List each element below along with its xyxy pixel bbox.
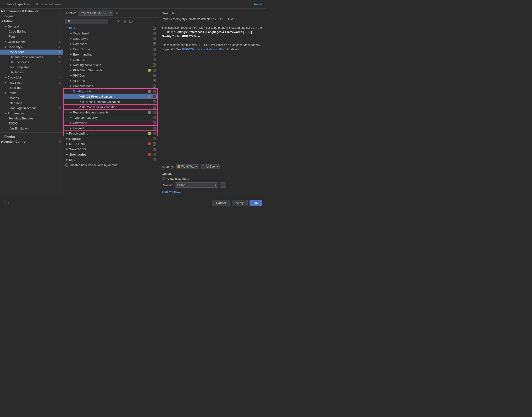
profile-dropdown[interactable]: Project Default Project ▾ bbox=[78, 10, 113, 16]
sidebar-item-inlay-hints[interactable]: ▶ Inlay Hints ⊡ bbox=[0, 80, 63, 85]
checkbox[interactable]: — bbox=[153, 74, 156, 77]
checkbox[interactable] bbox=[153, 153, 156, 156]
sidebar-item-keymap[interactable]: Keymap bbox=[0, 14, 63, 19]
tree-item-sql[interactable]: ▶ SQL — bbox=[63, 157, 158, 162]
tree-item-control-flow[interactable]: ▶ Control Flow bbox=[63, 46, 158, 52]
sidebar-item-font[interactable]: Font bbox=[0, 34, 63, 39]
sidebar-item-emmet[interactable]: ▶ Emmet bbox=[0, 90, 63, 95]
allow-risky-checkbox[interactable] bbox=[162, 177, 165, 180]
severity-dropdown[interactable]: Weak War. ▾ bbox=[176, 164, 199, 169]
sidebar-item-copyright[interactable]: ▶ Copyright ⊡ bbox=[0, 75, 63, 80]
gear-button[interactable]: ⚙ bbox=[115, 11, 119, 16]
php-cs-fixer-bottom-link[interactable]: PHP CS Fixer bbox=[162, 190, 262, 194]
checkbox[interactable] bbox=[153, 42, 156, 45]
checkbox[interactable] bbox=[153, 63, 156, 67]
sidebar-item-label: Plugins bbox=[4, 135, 61, 138]
sidebar-item-file-encodings[interactable]: File Encodings ⊡ bbox=[0, 60, 63, 65]
tree-item-type-compat[interactable]: ▶ Type compatibility — bbox=[63, 115, 158, 120]
checkbox[interactable]: — bbox=[153, 121, 156, 125]
more-options-button[interactable] bbox=[129, 19, 133, 24]
checkbox[interactable]: — bbox=[153, 116, 156, 119]
checkbox[interactable] bbox=[153, 132, 156, 135]
checkbox[interactable]: — bbox=[153, 32, 156, 35]
sidebar-item-language-injections[interactable]: Language Injections ⊡ bbox=[0, 105, 63, 111]
sidebar-item-color-scheme[interactable]: ▶ Color Scheme ⊡ bbox=[0, 39, 63, 44]
tree-item-naming[interactable]: ▶ Naming conventions bbox=[63, 62, 158, 67]
filter-button[interactable] bbox=[110, 19, 115, 24]
sidebar-item-images[interactable]: Images bbox=[0, 95, 63, 101]
tree-item-relax-ng[interactable]: ▶ RELAX NG — bbox=[63, 141, 158, 146]
help-button[interactable]: ? bbox=[4, 201, 9, 205]
php-cs-fixer-link[interactable]: PHP-CS-Fixer installation (GitHub) bbox=[182, 48, 226, 51]
sidebar-item-proofreading[interactable]: ▶ Proofreading bbox=[0, 111, 63, 116]
tree-item-phpdoc[interactable]: ▶ PHPDoc — bbox=[63, 73, 158, 78]
checkbox[interactable] bbox=[153, 53, 156, 56]
tree-item-php-cs-fixer[interactable]: PHP CS Fixer validation bbox=[63, 94, 158, 99]
checkbox-disable[interactable] bbox=[65, 164, 68, 167]
tree-item-php-mess[interactable]: PHP Mess Detector validation bbox=[63, 99, 158, 104]
sidebar-item-intentions[interactable]: Intentions bbox=[0, 101, 63, 105]
sidebar-item-plugins[interactable]: Plugins bbox=[0, 134, 63, 139]
reset-button[interactable]: Reset bbox=[254, 2, 262, 6]
sidebar-item-file-code-templates[interactable]: File and Code Templates ⊡ bbox=[0, 55, 63, 60]
sidebar-item-todo[interactable]: TODO bbox=[0, 121, 63, 126]
tree-item-regexp[interactable]: ▶ RegExp — bbox=[63, 136, 158, 141]
checkbox[interactable]: — bbox=[153, 90, 156, 93]
checkbox[interactable] bbox=[153, 100, 156, 104]
checkbox[interactable] bbox=[153, 69, 156, 72]
tree-item-code-smell[interactable]: ▶ Code Smell — bbox=[63, 31, 158, 36]
tree-item-shell[interactable]: ▶ Shell script bbox=[63, 152, 158, 157]
checkbox[interactable]: — bbox=[153, 84, 156, 88]
tree-item-composer[interactable]: ▶ Composer bbox=[63, 41, 158, 46]
tree-item-unused[interactable]: ▶ Unused bbox=[63, 125, 158, 131]
sidebar-item-general[interactable]: ▶ General bbox=[0, 24, 63, 29]
checkbox[interactable] bbox=[153, 111, 156, 114]
tree-item-undefined[interactable]: ▶ Undefined — bbox=[63, 120, 158, 125]
sidebar-item-duplicates[interactable]: Duplicates bbox=[0, 85, 63, 90]
sidebar-item-editor[interactable]: ▼ Editor bbox=[0, 19, 63, 24]
tree-item-sass[interactable]: ▶ Sass/SCSS bbox=[63, 146, 158, 152]
apply-button[interactable]: Apply bbox=[232, 200, 248, 206]
checkbox[interactable] bbox=[153, 105, 156, 109]
expand-all-button[interactable] bbox=[116, 19, 121, 24]
checkbox[interactable]: — bbox=[153, 158, 156, 161]
sidebar-item-file-types[interactable]: File Types bbox=[0, 70, 63, 75]
sidebar-item-version-control[interactable]: ▶ Version Control ⊡ bbox=[0, 139, 63, 144]
cancel-button[interactable]: Cancel bbox=[212, 200, 230, 206]
checkbox[interactable] bbox=[153, 79, 156, 82]
sidebar-item-inspections[interactable]: Inspections ⊡ bbox=[0, 50, 63, 55]
checkbox[interactable] bbox=[153, 148, 156, 151]
search-input[interactable] bbox=[72, 20, 106, 23]
tree-item-php-strict[interactable]: ▶ PHP Strict Standards bbox=[63, 67, 158, 73]
sidebar-item-code-editing[interactable]: Code Editing bbox=[0, 29, 63, 34]
tree-item-error-handling[interactable]: ▶ Error handling bbox=[63, 52, 158, 57]
tree-item-code-style[interactable]: ▶ Code Style — bbox=[63, 36, 158, 41]
tree-item-probable-bugs[interactable]: ▶ Probable bugs — bbox=[63, 83, 158, 89]
tree-item-disable-new[interactable]: Disable new inspections by default bbox=[63, 162, 158, 167]
ruleset-dropdown[interactable]: PSR2 ▾ bbox=[175, 182, 218, 188]
sidebar-item-appearance[interactable]: ▶ Appearance & Behavior bbox=[0, 9, 63, 14]
tree-item-quality-tools[interactable]: ▼ Quality tools — bbox=[63, 89, 158, 94]
checkbox[interactable] bbox=[153, 95, 156, 98]
sidebar-item-textmate[interactable]: TextMate Bundles bbox=[0, 116, 63, 121]
checkbox[interactable] bbox=[153, 127, 156, 130]
checkbox[interactable]: — bbox=[153, 37, 156, 40]
scope-dropdown[interactable]: In All Sco. ▾ bbox=[201, 164, 220, 169]
tree-item-proofreading[interactable]: ▶ Proofreading bbox=[63, 131, 158, 136]
tree-item-replaceable[interactable]: ▶ Replaceable assignments bbox=[63, 110, 158, 115]
more-button[interactable]: ··· bbox=[220, 182, 226, 188]
checkbox[interactable]: — bbox=[153, 58, 156, 61]
ok-button[interactable]: OK bbox=[250, 200, 262, 206]
checkbox[interactable]: — bbox=[153, 137, 156, 140]
sidebar-item-code-style[interactable]: ▶ Code Style ⊡ bbox=[0, 44, 63, 50]
tree-item-phpunit[interactable]: ▶ PHPUnit bbox=[63, 78, 158, 83]
checkbox[interactable]: — bbox=[153, 142, 156, 146]
tree-item-general[interactable]: ▶ General — bbox=[63, 57, 158, 62]
tree-item-php-codesniffer[interactable]: PHP_CodeSniffer validation bbox=[63, 104, 158, 110]
checkbox-php[interactable]: — bbox=[153, 27, 156, 30]
sidebar-item-vim[interactable]: Vim Emulation bbox=[0, 126, 63, 131]
collapse-all-button[interactable] bbox=[122, 19, 127, 24]
tree-item-php[interactable]: ▼ PHP — bbox=[63, 25, 158, 31]
checkbox[interactable] bbox=[153, 48, 156, 51]
sidebar-item-live-templates[interactable]: Live Templates bbox=[0, 65, 63, 70]
